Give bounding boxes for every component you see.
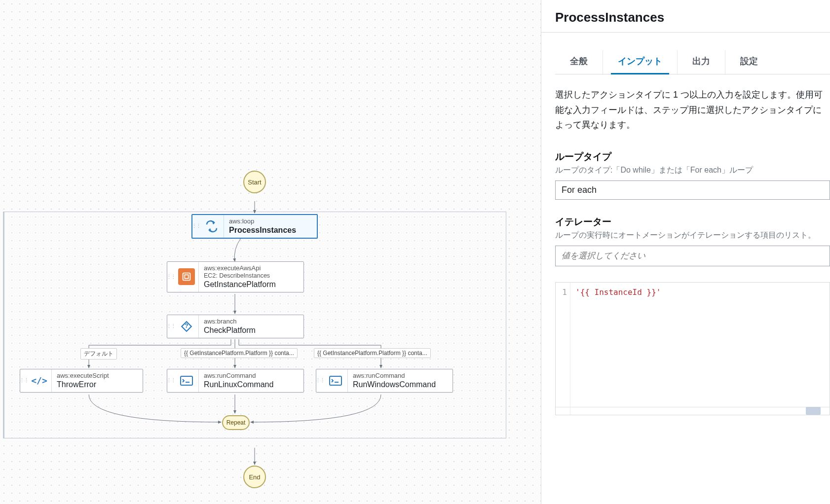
loop-type-sub: ループのタイプ:「Do while」または「For each」ループ bbox=[555, 165, 830, 176]
code-content[interactable]: '{{ InstanceId }}' bbox=[570, 283, 666, 415]
drag-handle[interactable] bbox=[316, 369, 323, 392]
step-run-windows-command[interactable]: aws:runCommand RunWindowsCommand bbox=[316, 369, 453, 393]
h-scroll-track[interactable] bbox=[556, 407, 830, 415]
step-type: aws:loop bbox=[229, 217, 312, 225]
step-type: aws:executeScript bbox=[57, 372, 138, 380]
iterator-sub: ループの実行時にオートメーションがイテレーションする項目のリスト。 bbox=[555, 230, 830, 241]
svg-rect-1 bbox=[185, 275, 188, 279]
divider bbox=[541, 32, 830, 33]
step-throw-error[interactable]: </> aws:executeScript ThrowError bbox=[20, 369, 143, 393]
svg-rect-4 bbox=[330, 376, 341, 385]
step-type: aws:branch bbox=[204, 318, 299, 325]
step-type: aws:runCommand bbox=[353, 372, 448, 380]
api-icon bbox=[178, 268, 195, 285]
step-get-instance-platform[interactable]: aws:executeAwsApi EC2: DescribeInstances… bbox=[167, 261, 304, 292]
svg-rect-0 bbox=[183, 273, 190, 281]
command-icon bbox=[178, 372, 195, 389]
step-name: ProcessInstances bbox=[229, 225, 312, 235]
svg-rect-3 bbox=[181, 376, 192, 385]
tab-output[interactable]: 出力 bbox=[678, 50, 725, 74]
properties-panel: ProcessInstances 全般 インプット 出力 設定 選択したアクショ… bbox=[541, 0, 830, 504]
repeat-node[interactable]: Repeat bbox=[222, 415, 250, 430]
code-editor[interactable]: 1 '{{ InstanceId }}' bbox=[555, 282, 830, 415]
step-name: GetInstancePlatform bbox=[204, 280, 299, 289]
script-icon: </> bbox=[31, 372, 48, 389]
step-sub: EC2: DescribeInstances bbox=[204, 272, 299, 280]
panel-resize-handle[interactable] bbox=[538, 305, 541, 326]
svg-text:?: ? bbox=[185, 323, 188, 329]
step-check-platform[interactable]: ? aws:branch CheckPlatform bbox=[167, 315, 304, 338]
end-label: End bbox=[249, 473, 260, 481]
branch-icon: ? bbox=[178, 318, 195, 335]
drag-handle[interactable] bbox=[20, 369, 27, 392]
drag-handle[interactable] bbox=[167, 369, 174, 392]
step-type: aws:runCommand bbox=[204, 372, 299, 380]
step-type: aws:executeAwsApi bbox=[204, 264, 299, 272]
iterator-input[interactable] bbox=[555, 246, 830, 266]
branch-cond-label-2: {{ GetInstancePlatform.Platform }} conta… bbox=[314, 348, 431, 358]
loop-type-label: ループタイプ bbox=[555, 150, 830, 163]
step-run-linux-command[interactable]: aws:runCommand RunLinuxCommand bbox=[167, 369, 304, 393]
panel-description: 選択したアクションタイプに 1 つ以上の入力を設定します。使用可能な入力フィール… bbox=[555, 87, 830, 133]
tab-general[interactable]: 全般 bbox=[555, 50, 603, 74]
tab-bar: 全般 インプット 出力 設定 bbox=[555, 50, 830, 74]
command-icon bbox=[327, 372, 344, 389]
start-label: Start bbox=[248, 179, 261, 186]
step-name: ThrowError bbox=[57, 380, 138, 389]
end-node[interactable]: End bbox=[243, 466, 266, 488]
tab-input[interactable]: インプット bbox=[603, 50, 678, 74]
h-scroll-thumb[interactable] bbox=[806, 407, 821, 415]
panel-title: ProcessInstances bbox=[555, 10, 830, 25]
loop-icon bbox=[203, 218, 220, 235]
step-name: RunLinuxCommand bbox=[204, 380, 299, 389]
step-name: RunWindowsCommand bbox=[353, 380, 448, 389]
drag-handle[interactable] bbox=[167, 315, 174, 338]
branch-cond-label-1: {{ GetInstancePlatform.Platform }} conta… bbox=[181, 348, 298, 358]
start-node[interactable]: Start bbox=[243, 171, 266, 193]
flow-canvas[interactable]: Start aws:loop ProcessInstances bbox=[0, 0, 541, 504]
loop-type-select[interactable]: For each bbox=[555, 180, 830, 200]
tab-settings[interactable]: 設定 bbox=[725, 50, 773, 74]
step-process-instances[interactable]: aws:loop ProcessInstances bbox=[191, 214, 318, 239]
code-gutter: 1 bbox=[556, 283, 570, 415]
iterator-label: イテレーター bbox=[555, 216, 830, 228]
branch-default-label: デフォルト bbox=[80, 348, 117, 360]
drag-handle[interactable] bbox=[167, 262, 174, 292]
repeat-label: Repeat bbox=[226, 419, 246, 426]
drag-handle[interactable] bbox=[192, 215, 199, 238]
step-name: CheckPlatform bbox=[204, 325, 299, 335]
